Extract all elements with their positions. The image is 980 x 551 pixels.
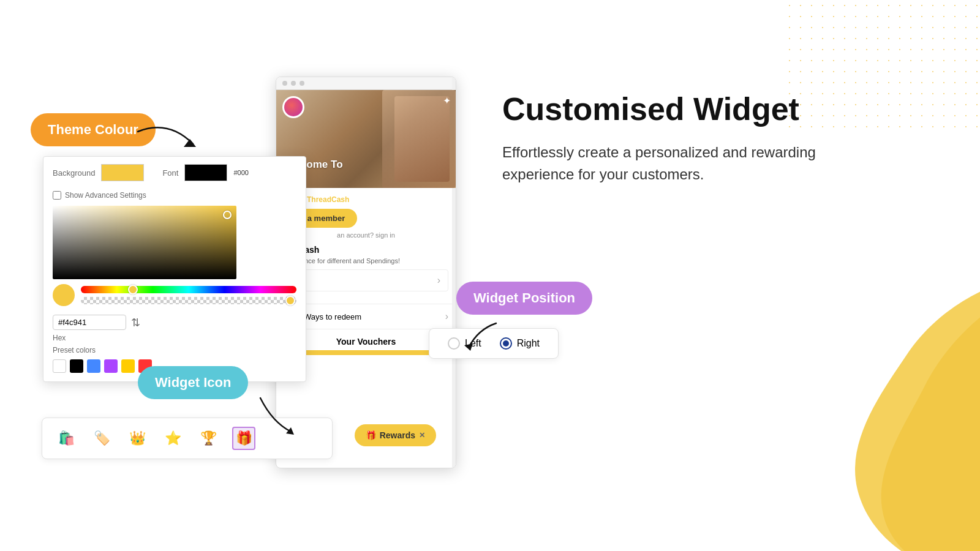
page-subtitle: Effortlessly create a personalized and r… [502,141,858,186]
font-hex-value: #000 [233,169,248,176]
font-label: Font [162,168,178,178]
hex-row: ⇅ [43,311,306,334]
show-advanced-label: Show Advanced Settings [65,191,146,200]
learn-more-arrow: › [437,275,440,286]
color-preview-circle [53,284,75,306]
preset-black[interactable] [70,359,83,373]
hue-cursor [128,285,138,294]
radio-left-outer[interactable] [448,337,460,350]
page-title: Customised Widget [502,92,858,127]
widget-logo-inner [284,98,303,116]
hex-input[interactable] [53,315,126,330]
vouchers-bar [284,350,448,355]
widget-star: ✦ [443,95,451,107]
vouchers-title: Your Vouchers [284,337,448,347]
icon-option-gift[interactable]: 🎁 [232,427,255,450]
widget-icon-badge: Widget Icon [138,366,248,399]
preset-yellow[interactable] [121,359,135,373]
bg-color-swatch[interactable] [101,164,144,181]
right-section: Customised Widget Effortlessly create a … [502,92,858,186]
rewards-label: Rewards [380,430,415,440]
browser-dot-3 [300,81,304,86]
hue-slider[interactable] [81,286,296,293]
widget-icon-arrow [254,392,303,441]
preset-white[interactable] [53,359,66,373]
svg-marker-1 [286,427,294,435]
learn-more-row: arn › [284,269,448,291]
yellow-blob-decoration [796,282,980,551]
rewards-icon: 🎁 [366,430,376,440]
icon-option-trophy[interactable]: 🏆 [197,427,220,450]
widget-logo [282,96,304,118]
icon-option-bag[interactable]: 🛍️ [55,427,78,450]
opacity-cursor [285,296,295,305]
preset-blue[interactable] [87,359,100,373]
icon-option-tag[interactable]: 🏷️ [90,427,113,450]
icon-option-crown[interactable]: 👑 [126,427,149,450]
svg-marker-0 [184,139,196,147]
position-right-label: Right [517,338,540,349]
icon-option-star[interactable]: ⭐ [161,427,184,450]
browser-dot-1 [282,81,287,86]
preset-purple[interactable] [104,359,118,373]
widget-signin: an account? sign in [284,231,448,239]
hex-label: Hex [43,334,306,342]
rewards-close-icon[interactable]: ✕ [419,431,425,440]
theme-arrow [132,113,205,162]
hex-arrows[interactable]: ⇅ [131,316,140,329]
opacity-slider[interactable] [81,297,296,304]
hue-slider-container [81,286,296,304]
ways-arrow: › [445,311,448,322]
browser-dot-2 [291,81,296,86]
rewards-button[interactable]: 🎁 Rewards ✕ [355,424,436,446]
widget-section-title: eadCash [284,245,448,255]
bg-label: Background [53,168,95,178]
widget-section-sub: at Balance for different and Spendings! [284,257,448,264]
gradient-picker[interactable] [53,206,236,279]
main-container: Theme Colour Background Font #000 Show A… [0,0,980,551]
show-advanced-checkbox[interactable] [53,191,61,200]
ways-label: Ways to redeem [304,312,361,321]
svg-marker-2 [464,343,473,351]
preset-label: Preset colors [43,342,306,357]
widget-earn-line: get 20 ThreadCash [284,195,448,204]
color-preview-row [43,279,306,311]
font-color-swatch[interactable] [184,164,227,181]
color-picker-panel: Background Font #000 Show Advanced Setti… [43,156,306,382]
position-arrow [459,317,508,354]
show-advanced-row: Show Advanced Settings [43,189,306,206]
browser-header [276,77,456,90]
gradient-cursor[interactable] [223,211,232,219]
widget-position-badge: Widget Position [456,282,592,315]
